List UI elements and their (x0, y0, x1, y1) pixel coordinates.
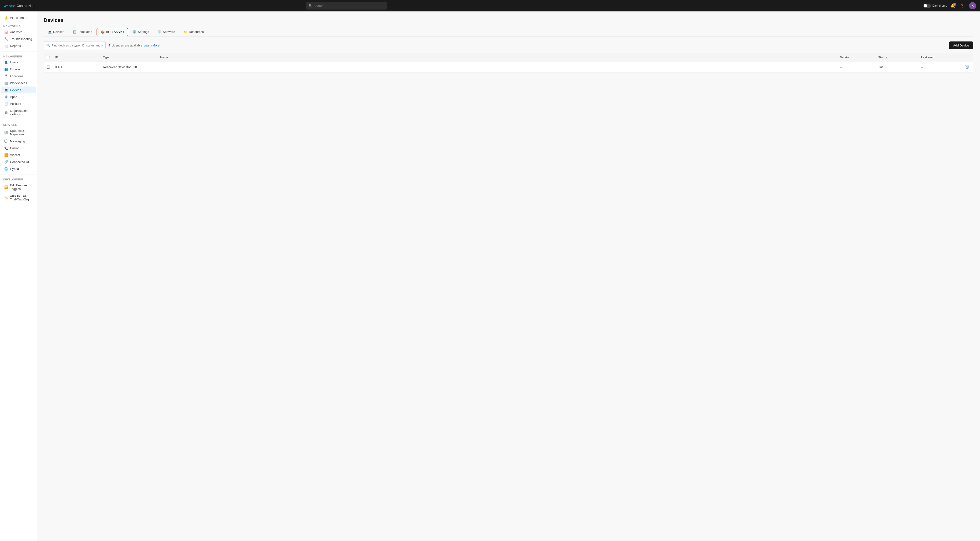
sidebar-item-connected-uc[interactable]: 🔗 Connected UC (1, 159, 36, 165)
row-last-seen-cell: -- (918, 62, 961, 72)
table-header-select (44, 53, 52, 62)
logo-area: webex Control Hub (4, 4, 35, 8)
sidebar-item-calling[interactable]: 📞 Calling (1, 145, 36, 151)
sidebar-item-label: Devices (10, 88, 21, 92)
tab-resources-icon: 📁 (184, 30, 188, 33)
sidebar-item-xod-org[interactable]: 🏷️ XoD-INT-US-Trial-Test-Org (1, 193, 36, 203)
xod-org-icon: 🏷️ (4, 196, 8, 199)
tab-settings-icon: ⚙️ (132, 30, 136, 33)
sidebar-item-label: Organisation settings (10, 109, 32, 116)
tab-devices[interactable]: 💻 Devices (44, 28, 68, 37)
sidebar-item-label: Reports (10, 44, 21, 48)
sidebar-item-label: Account (10, 102, 21, 106)
notification-button[interactable]: 🔔 1 (950, 3, 955, 8)
sidebar-item-label: Messaging (10, 139, 25, 143)
logo-control-hub: Control Hub (17, 4, 35, 8)
dark-theme-label: Dark theme (932, 4, 947, 7)
sidebar-item-organisation-settings[interactable]: 🏛️ Organisation settings (1, 107, 36, 118)
sidebar: 🔔 Alerts centre MONITORING 📊 Analytics 🔧… (0, 11, 37, 541)
sidebar-section-services-label: SERVICES (0, 124, 37, 127)
sidebar-item-account[interactable]: 🧾 Account (1, 100, 36, 107)
tab-software[interactable]: 💿 Software (153, 28, 179, 37)
licence-info: 4 Licences are available Learn More (108, 44, 159, 47)
sidebar-item-groups[interactable]: 👥 Groups (1, 66, 36, 73)
tab-templates-icon: 📋 (73, 30, 76, 33)
row-checkbox[interactable] (47, 65, 50, 69)
sidebar-item-label: Users (10, 60, 18, 64)
sidebar-item-locations[interactable]: 📍 Locations (1, 73, 36, 80)
tab-resources-label: Resources (189, 30, 204, 33)
devices-table: ID Type Name Version Status Last seen KI… (44, 53, 973, 72)
analytics-icon: 📊 (4, 30, 8, 34)
tab-resources[interactable]: 📁 Resources (180, 28, 208, 37)
row-actions-cell: 🗑️ (961, 62, 973, 72)
sidebar-item-label: XoD-INT-US-Trial-Test-Org (10, 194, 32, 201)
hybrid-icon: 🌐 (4, 167, 8, 171)
sidebar-item-workspaces[interactable]: 🏢 Workspaces (1, 80, 36, 86)
tab-xod-devices-icon: 📦 (101, 30, 105, 34)
device-search-icon: 🔍 (46, 44, 50, 47)
sidebar-item-label: Calling (10, 146, 19, 150)
org-settings-icon: 🏛️ (4, 111, 8, 115)
bell-icon: 🔔 (4, 16, 8, 19)
connected-uc-icon: 🔗 (4, 160, 8, 164)
reports-icon: 📄 (4, 44, 8, 48)
add-device-button[interactable]: Add Device (949, 41, 973, 49)
dark-theme-toggle[interactable]: Dark theme (923, 3, 947, 8)
apps-icon: ⚙️ (4, 95, 8, 99)
row-status-cell: Trial (875, 62, 918, 72)
help-button[interactable]: ❓ (959, 2, 966, 9)
sidebar-item-label: Groups (10, 67, 20, 71)
device-search-wrap: 🔍 (44, 41, 106, 49)
learn-more-link[interactable]: Learn More (144, 44, 159, 47)
table-header-name: Name (157, 53, 837, 62)
sidebar-item-users[interactable]: 👤 Users (1, 59, 36, 66)
sidebar-item-label: Alerts centre (10, 16, 27, 19)
tab-settings-label: Settings (138, 30, 149, 33)
sidebar-section-monitoring: MONITORING 📊 Analytics 🔧 Troubleshooting… (0, 22, 37, 50)
sidebar-item-label: Vidcast (10, 153, 20, 157)
delete-icon[interactable]: 🗑️ (964, 65, 970, 69)
global-search-bar: 🔍 (306, 2, 387, 10)
sidebar-item-updates-migrations[interactable]: 🔄 Updates & Migrations (1, 127, 36, 138)
sidebar-item-reports[interactable]: 📄 Reports (1, 43, 36, 49)
sidebar-standalone: 🔔 Alerts centre (0, 11, 37, 22)
troubleshooting-icon: 🔧 (4, 37, 8, 41)
select-all-checkbox[interactable] (47, 56, 50, 59)
sidebar-section-development: DEVELOPMENT 🔀 Edit Feature Toggles 🏷️ Xo… (0, 175, 37, 204)
global-search-input[interactable] (313, 4, 385, 8)
sidebar-section-management-label: MANAGEMENT (0, 55, 37, 59)
sidebar-item-hybrid[interactable]: 🌐 Hybrid (1, 165, 36, 172)
sidebar-item-devices[interactable]: 💻 Devices (1, 86, 36, 94)
tab-devices-icon: 💻 (48, 30, 52, 33)
table-header-id: ID (52, 53, 100, 62)
sidebar-item-label: Analytics (10, 30, 22, 34)
sidebar-section-monitoring-label: MONITORING (0, 25, 37, 29)
logo-webex: webex (4, 4, 15, 8)
tabs-bar: 💻 Devices 📋 Templates 📦 XOD devices ⚙️ S… (44, 28, 973, 37)
search-icon: 🔍 (309, 4, 312, 8)
nav-right: Dark theme 🔔 1 ❓ X (923, 2, 976, 9)
sidebar-section-services: SERVICES 🔄 Updates & Migrations 💬 Messag… (0, 121, 37, 173)
sidebar-item-label: Locations (10, 74, 23, 78)
sidebar-item-analytics[interactable]: 📊 Analytics (1, 29, 36, 35)
locations-icon: 📍 (4, 74, 8, 78)
vidcast-icon: ▶️ (4, 153, 8, 157)
updates-icon: 🔄 (4, 131, 8, 134)
tab-xod-devices[interactable]: 📦 XOD devices (97, 28, 129, 36)
sidebar-item-vidcast[interactable]: ▶️ Vidcast (1, 151, 36, 159)
sidebar-item-troubleshooting[interactable]: 🔧 Troubleshooting (1, 35, 36, 43)
device-search-input[interactable] (51, 44, 103, 47)
sidebar-item-alerts-centre[interactable]: 🔔 Alerts centre (1, 14, 36, 21)
avatar[interactable]: X (969, 2, 976, 9)
licence-count: 4 (108, 44, 110, 47)
tab-settings[interactable]: ⚙️ Settings (128, 28, 153, 37)
sidebar-item-edit-feature-toggles[interactable]: 🔀 Edit Feature Toggles (1, 182, 36, 193)
tab-templates[interactable]: 📋 Templates (68, 28, 96, 37)
sidebar-item-apps[interactable]: ⚙️ Apps (1, 94, 36, 100)
row-select-cell (44, 62, 52, 72)
sidebar-item-messaging[interactable]: 💬 Messaging (1, 138, 36, 145)
sidebar-item-label: Hybrid (10, 167, 19, 171)
dark-theme-switch[interactable] (923, 3, 931, 8)
row-type-cell: RealWear Navigator 520 (100, 62, 157, 72)
